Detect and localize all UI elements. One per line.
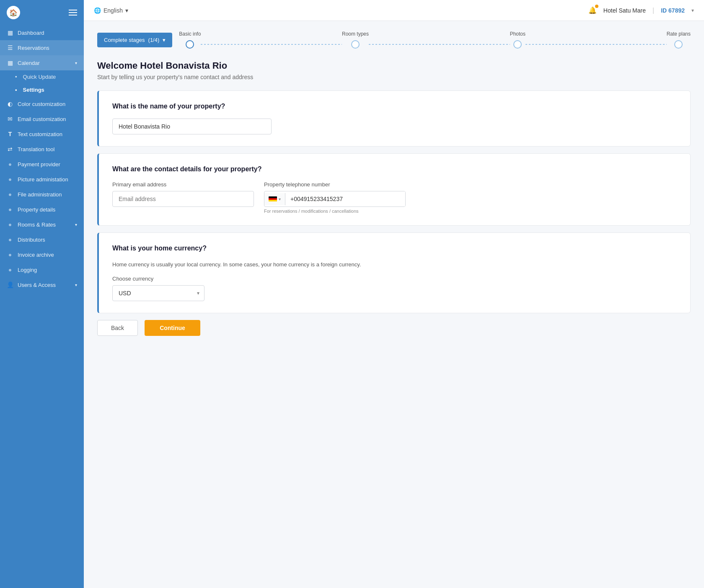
phone-field-group: Property telephone number ▾ For reservat… (264, 181, 406, 214)
sidebar-item-dashboard[interactable]: ▦ Dashboard (0, 25, 84, 40)
dashboard-icon: ▦ (7, 29, 13, 36)
translation-icon: ⇄ (7, 146, 13, 152)
complete-stages-button[interactable]: Complete stages (1/4) ▾ (97, 33, 172, 47)
property-name-input[interactable] (112, 119, 272, 134)
sidebar-item-logging[interactable]: ● Logging (0, 262, 84, 277)
bell-icon: 🔔 (588, 7, 597, 14)
progress-area: Complete stages (1/4) ▾ Basic info Room … (97, 31, 691, 49)
phone-hint: For reservations / modifications / cance… (264, 209, 406, 214)
currency-select[interactable]: USD EUR GBP CHF JPY (112, 285, 204, 301)
picture-icon: ● (7, 176, 13, 183)
stages-chevron-icon: ▾ (163, 37, 166, 43)
language-selector[interactable]: 🌐 English ▾ (94, 7, 128, 14)
stage-dot-basic-info (186, 40, 194, 49)
sidebar-logo: 🏠 (0, 0, 84, 25)
german-flag-icon (269, 196, 277, 202)
file-icon: ● (7, 191, 13, 198)
sidebar-item-file-administration[interactable]: ● File administration (0, 187, 84, 202)
header: 🌐 English ▾ 🔔 Hotel Satu Mare | ID 67892… (84, 0, 704, 21)
currency-card-title: What is your home currency? (112, 245, 677, 252)
currency-description: Home currency is usually your local curr… (112, 260, 677, 269)
sidebar-nav: ▦ Dashboard ☰ Reservations ▦ Calendar ▾ … (0, 25, 84, 588)
sidebar-item-picture-administration[interactable]: ● Picture administation (0, 172, 84, 187)
reservations-icon: ☰ (7, 44, 13, 51)
stages-progress: Basic info Room types Photos (179, 31, 691, 49)
main-content: Complete stages (1/4) ▾ Basic info Room … (84, 21, 704, 588)
stage-dot-rate-plans (674, 40, 683, 49)
stage-rate-plans: Rate plans (667, 31, 691, 49)
notification-badge (595, 5, 598, 8)
email-icon: ✉ (7, 116, 13, 122)
language-chevron-icon: ▾ (125, 7, 128, 14)
sidebar-item-calendar[interactable]: ▦ Calendar ▾ (0, 55, 84, 70)
property-icon: ● (7, 206, 13, 213)
hotel-name: Hotel Satu Mare (603, 7, 646, 14)
stage-basic-info: Basic info (179, 31, 201, 49)
sidebar-item-settings[interactable]: Settings (0, 83, 84, 96)
stage-dot-room-types (351, 40, 360, 49)
language-label: English (104, 7, 123, 14)
welcome-subtitle: Start by telling us your property's name… (97, 74, 691, 80)
payment-icon: ● (7, 161, 13, 168)
sidebar-item-quick-update[interactable]: Quick Update (0, 70, 84, 83)
phone-input-wrapper: ▾ (264, 191, 406, 207)
stage-room-types: Room types (342, 31, 369, 49)
phone-input[interactable] (285, 191, 405, 206)
calendar-chevron-icon: ▾ (75, 61, 77, 65)
flag-chevron-icon: ▾ (279, 197, 281, 201)
invoice-icon: ● (7, 251, 13, 258)
distributors-icon: ● (7, 236, 13, 243)
sidebar-item-translation-tool[interactable]: ⇄ Translation tool (0, 142, 84, 157)
property-name-card-title: What is the name of your property? (112, 103, 677, 110)
hamburger-menu[interactable] (69, 10, 77, 15)
text-icon: T (7, 131, 13, 137)
users-icon: 👤 (7, 281, 13, 288)
sidebar-item-color-customization[interactable]: ◐ Color customization (0, 96, 84, 111)
stage-line-2 (369, 44, 510, 45)
main-container: 🌐 English ▾ 🔔 Hotel Satu Mare | ID 67892… (84, 0, 704, 588)
calendar-icon: ▦ (7, 59, 13, 66)
email-input[interactable] (112, 191, 254, 207)
rooms-chevron-icon: ▾ (75, 222, 77, 227)
stage-photos: Photos (510, 31, 525, 49)
sidebar-item-property-details[interactable]: ● Property details (0, 202, 84, 217)
sidebar-item-invoice-archive[interactable]: ● Invoice archive (0, 247, 84, 262)
header-separator: | (652, 7, 654, 14)
property-name-card: What is the name of your property? (97, 90, 691, 147)
stage-line-1 (201, 44, 342, 45)
contact-grid: Primary email address Property telephone… (112, 181, 406, 214)
email-field-group: Primary email address (112, 181, 254, 214)
sidebar-item-distributors[interactable]: ● Distributors (0, 232, 84, 247)
notification-bell[interactable]: 🔔 (588, 6, 597, 14)
sidebar-item-payment-provider[interactable]: ● Payment provider (0, 157, 84, 172)
back-button[interactable]: Back (97, 320, 138, 336)
stage-line-3 (525, 44, 667, 45)
email-label: Primary email address (112, 181, 254, 188)
logging-icon: ● (7, 266, 13, 273)
sidebar-item-rooms-rates[interactable]: ● Rooms & Rates ▾ (0, 217, 84, 232)
sidebar-item-email-customization[interactable]: ✉ Email customization (0, 111, 84, 126)
sidebar-item-reservations[interactable]: ☰ Reservations (0, 40, 84, 55)
currency-card: What is your home currency? Home currenc… (97, 232, 691, 313)
hotel-id[interactable]: ID 67892 (661, 7, 685, 14)
globe-icon: 🌐 (94, 7, 101, 14)
contact-card-title: What are the contact details for your pr… (112, 165, 677, 173)
footer-actions: Back Continue (97, 320, 691, 344)
sidebar-item-text-customization[interactable]: T Text customization (0, 126, 84, 142)
header-right: 🔔 Hotel Satu Mare | ID 67892 ▾ (588, 6, 694, 14)
sidebar: 🏠 ▦ Dashboard ☰ Reservations ▦ Calendar … (0, 0, 84, 588)
sidebar-item-users-access[interactable]: 👤 Users & Access ▾ (0, 277, 84, 292)
currency-select-wrapper: USD EUR GBP CHF JPY ▾ (112, 285, 204, 301)
rooms-icon: ● (7, 221, 13, 228)
contact-details-card: What are the contact details for your pr… (97, 153, 691, 226)
phone-flag-selector[interactable]: ▾ (264, 193, 285, 205)
continue-button[interactable]: Continue (145, 320, 200, 336)
color-icon: ◐ (7, 101, 13, 107)
phone-label: Property telephone number (264, 181, 406, 188)
users-chevron-icon: ▾ (75, 283, 77, 287)
stage-dot-photos (513, 40, 522, 49)
hotel-id-chevron-icon: ▾ (691, 8, 694, 13)
choose-currency-label: Choose currency (112, 276, 677, 282)
logo-icon: 🏠 (7, 6, 20, 19)
welcome-heading: Welcome Hotel Bonavista Rio (97, 60, 691, 71)
